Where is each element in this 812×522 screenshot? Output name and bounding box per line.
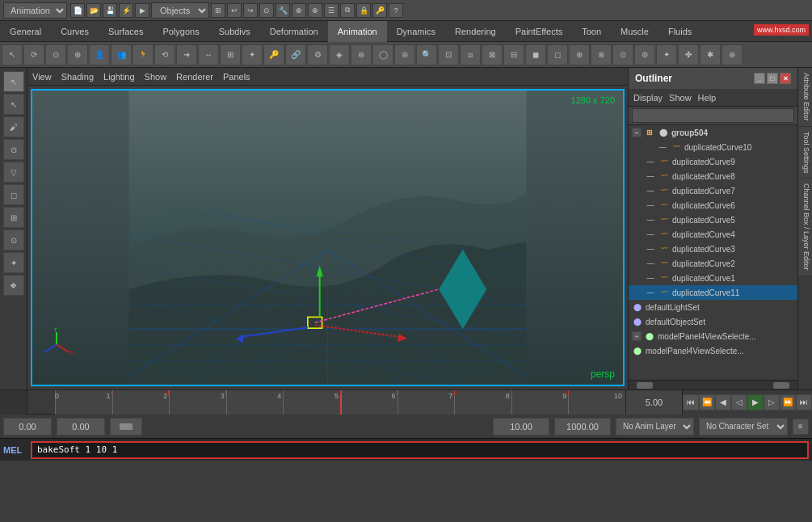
tb-icon-7[interactable]: ↩ [227,3,242,18]
tb2-icon-25[interactable]: ◼ [525,44,546,65]
viewport-3d[interactable]: 1280 x 720 persp X Y [31,89,625,386]
lt-icon-10[interactable]: ❖ [3,275,24,296]
outliner-close-btn[interactable]: ✕ [780,73,791,84]
outliner-item-curve10[interactable]: + — 〰 duplicatedCurve10 [629,140,797,154]
tb-save-icon[interactable]: 💾 [103,3,117,18]
time-field2[interactable]: 0.00 [57,418,105,436]
tb2-icon-31[interactable]: ✦ [656,44,677,65]
outliner-scrollbar-h[interactable] [629,380,797,389]
goto-end-btn[interactable]: ⏭ [796,394,812,410]
tb2-icon-19[interactable]: ⊜ [394,44,415,65]
mode-select[interactable]: Animation [3,2,67,19]
outliner-item-curve4[interactable]: — 〰 duplicatedCurve4 [629,227,797,242]
tb2-icon-4[interactable]: ⊕ [67,44,88,65]
tb-icon-5[interactable]: ▶ [135,3,149,18]
tab-deformation[interactable]: Deformation [260,21,328,42]
outliner-item-curve11[interactable]: — 〰 duplicatedCurve11 [629,285,797,300]
outliner-item-panel2[interactable]: ⬤ modelPanel4ViewSelecte... [629,343,797,358]
tb2-icon-12[interactable]: ✦ [242,44,263,65]
outliner-item-curve7[interactable]: — 〰 duplicatedCurve7 [629,183,797,198]
outliner-scrollbar-btn-right[interactable] [773,382,789,389]
tb-new-icon[interactable]: 📄 [70,3,85,18]
tb2-icon-7[interactable]: 🏃 [133,44,154,65]
lt-icon-6[interactable]: ◻ [3,184,24,205]
tb2-icon-28[interactable]: ⊗ [591,44,612,65]
step-fwd-btn[interactable]: ▷ [764,394,780,410]
tb-icon-13[interactable]: ☰ [324,3,339,18]
current-time-field[interactable]: 0.00 [3,418,52,436]
outliner-item-group504[interactable]: − ⊞ ⬤ group504 [629,125,797,140]
vp-menu-panels[interactable]: Panels [223,72,250,82]
tab-subdivs[interactable]: Subdivs [209,21,260,42]
tb-icon-9[interactable]: ⊙ [259,3,274,18]
tab-curves[interactable]: Curves [51,21,99,42]
tb2-icon-29[interactable]: ⊙ [612,44,633,65]
tb2-icon-16[interactable]: ◈ [329,44,350,65]
outliner-minimize-btn[interactable]: _ [754,73,765,84]
outliner-help-menu[interactable]: Help [698,93,717,103]
tb-icon-12[interactable]: ⊗ [308,3,322,18]
expand-group504[interactable]: − [632,128,642,137]
attribute-editor-tab[interactable]: Attribute Editor [798,68,812,127]
lt-icon-8[interactable]: ⊙ [3,229,24,250]
tb2-icon-30[interactable]: ⊚ [634,44,655,65]
tb2-icon-6[interactable]: 👥 [111,44,132,65]
goto-start-btn[interactable]: ⏮ [683,394,699,410]
tb-icon-8[interactable]: ↪ [243,3,258,18]
tb2-icon-27[interactable]: ⊕ [569,44,590,65]
outliner-item-curve2[interactable]: — 〰 duplicatedCurve2 [629,256,797,271]
tb2-icon-23[interactable]: ⊠ [482,44,503,65]
objects-select[interactable]: Objects [151,2,209,19]
tb2-icon-20[interactable]: 🔍 [416,44,437,65]
vp-menu-show[interactable]: Show [145,72,167,82]
tb2-icon-22[interactable]: ⧈ [460,44,481,65]
tb2-icon-32[interactable]: ✤ [678,44,699,65]
channel-box-tab[interactable]: Channel Box / Layer Editor [798,179,812,276]
tb-icon-6[interactable]: ⊞ [211,3,225,18]
tab-painteffects[interactable]: PaintEffects [506,21,573,42]
end-time-value[interactable]: 1000.00 [554,418,611,436]
tb2-icon-26[interactable]: ◻ [547,44,568,65]
tb-icon-11[interactable]: ⊕ [292,3,306,18]
tab-polygons[interactable]: Polygons [153,21,208,42]
tb2-icon-2[interactable]: ⟳ [23,44,44,65]
timeline-ruler[interactable]: 0 1 2 3 4 5 6 7 8 9 10 [55,390,625,415]
tb-icon-17[interactable]: ? [389,3,403,18]
outliner-item-curve6[interactable]: — 〰 duplicatedCurve6 [629,198,797,213]
outliner-display-menu[interactable]: Display [633,93,663,103]
lt-icon-7[interactable]: ⊞ [3,207,24,228]
play-btn[interactable]: ▶ [747,394,764,410]
outliner-item-panel1[interactable]: + ⬤ modelPanel4ViewSelecte... [629,329,797,343]
character-set-select[interactable]: No Character Set [699,418,788,436]
tab-fluids[interactable]: Fluids [658,21,701,42]
move-tool-icon[interactable]: ↖ [3,94,24,115]
paint-icon[interactable]: 🖌 [3,116,24,137]
outliner-item-curve3[interactable]: — 〰 duplicatedCurve3 [629,242,797,256]
playback-speed-ctrl[interactable] [110,418,142,436]
tb2-icon-24[interactable]: ⊟ [503,44,524,65]
vp-menu-view[interactable]: View [32,72,52,82]
outliner-item-curve1[interactable]: — 〰 duplicatedCurve1 [629,271,797,285]
tb2-icon-11[interactable]: ⊞ [220,44,241,65]
tb2-icon-13[interactable]: 🔑 [263,44,284,65]
tb2-icon-17[interactable]: ⊛ [351,44,372,65]
expand-panel1[interactable]: + [632,331,642,341]
tab-rendering[interactable]: Rendering [445,21,506,42]
tb-icon-14[interactable]: ⧉ [340,3,355,18]
tb2-icon-10[interactable]: ↔ [198,44,219,65]
tab-general[interactable]: General [0,21,51,42]
anim-layer-select[interactable]: No Anim Layer [616,418,694,436]
tb2-icon-8[interactable]: ⟲ [154,44,175,65]
start-time-value[interactable]: 10.00 [493,418,549,436]
tb-icon-10[interactable]: 🔧 [276,3,290,18]
tab-surfaces[interactable]: Surfaces [99,21,153,42]
tb2-icon-18[interactable]: ◯ [372,44,393,65]
tb2-icon-3[interactable]: ⊙ [45,44,66,65]
tb-icon-4[interactable]: ⚡ [119,3,133,18]
tab-animation[interactable]: Animation [328,21,387,42]
vp-menu-shading[interactable]: Shading [61,72,94,82]
outliner-item-curve8[interactable]: — 〰 duplicatedCurve8 [629,169,797,183]
tb2-icon-14[interactable]: 🔗 [285,44,306,65]
tb-open-icon[interactable]: 📂 [86,3,101,18]
outliner-scrollbar-btn-left[interactable] [637,382,653,389]
